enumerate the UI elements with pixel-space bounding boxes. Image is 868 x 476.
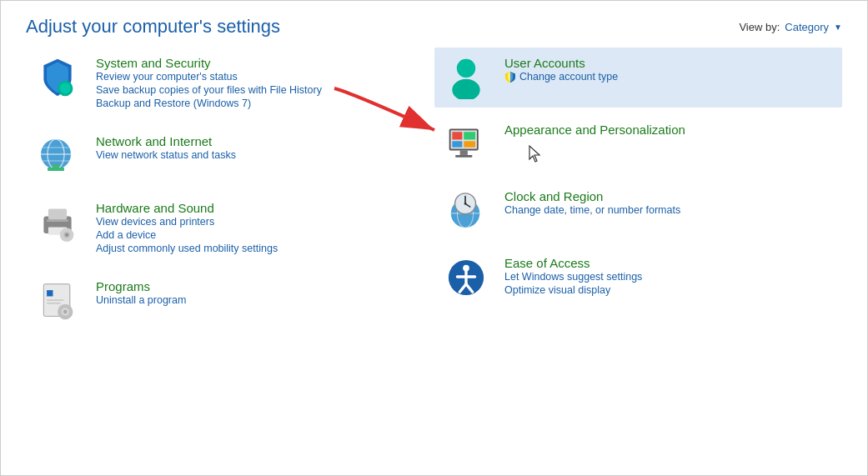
svg-rect-31 xyxy=(452,141,462,147)
link-backup-files[interactable]: Save backup copies of your files with Fi… xyxy=(96,84,411,96)
icon-hardware-container xyxy=(33,201,83,244)
svg-rect-19 xyxy=(47,299,63,301)
clock-icon xyxy=(446,191,486,231)
link-visual-display[interactable]: Optimize visual display xyxy=(504,284,835,296)
network-title[interactable]: Network and Internet xyxy=(96,134,212,148)
link-review-status[interactable]: Review your computer's status xyxy=(96,71,411,83)
link-backup-restore[interactable]: Backup and Restore (Windows 7) xyxy=(96,98,411,109)
category-appearance: Appearance and Personalization xyxy=(434,114,842,174)
view-by-control: View by: Category ▼ xyxy=(739,21,842,33)
hardware-text: Hardware and Sound View devices and prin… xyxy=(96,201,411,256)
svg-rect-32 xyxy=(464,141,475,147)
category-hardware: Hardware and Sound View devices and prin… xyxy=(26,193,418,264)
user-accounts-text: User Accounts Change account type xyxy=(504,56,835,84)
category-user-accounts: User Accounts Change account type xyxy=(434,48,842,108)
icon-appearance-container xyxy=(441,123,491,166)
link-devices-printers[interactable]: View devices and printers xyxy=(96,216,411,228)
svg-rect-34 xyxy=(455,155,472,158)
programs-text: Programs Uninstall a program xyxy=(96,279,411,308)
appearance-text: Appearance and Personalization xyxy=(504,123,835,138)
icon-network-container xyxy=(33,134,83,178)
svg-rect-30 xyxy=(464,132,475,139)
clock-title[interactable]: Clock and Region xyxy=(504,189,603,203)
system-security-title[interactable]: System and Security xyxy=(96,56,211,70)
svg-rect-18 xyxy=(47,290,53,296)
category-ease: Ease of Access Let Windows suggest setti… xyxy=(434,248,842,308)
link-change-account-type[interactable]: Change account type xyxy=(504,71,835,83)
ease-text: Ease of Access Let Windows suggest setti… xyxy=(504,256,835,298)
programs-title[interactable]: Programs xyxy=(96,279,150,293)
ease-of-access-icon xyxy=(446,258,486,298)
user-accounts-icon xyxy=(444,56,488,99)
security-icon xyxy=(38,58,78,98)
svg-rect-33 xyxy=(460,150,468,155)
hardware-title[interactable]: Hardware and Sound xyxy=(96,201,214,215)
left-panel: System and Security Review your computer… xyxy=(18,48,426,338)
icon-users-container xyxy=(441,56,491,99)
user-accounts-title[interactable]: User Accounts xyxy=(504,56,585,70)
ease-title[interactable]: Ease of Access xyxy=(504,256,590,270)
network-text: Network and Internet View network status… xyxy=(96,134,411,163)
link-uninstall-program[interactable]: Uninstall a program xyxy=(96,294,411,306)
hardware-icon xyxy=(38,203,78,243)
icon-ease-container xyxy=(441,256,491,299)
system-security-text: System and Security Review your computer… xyxy=(96,56,411,111)
svg-rect-29 xyxy=(452,132,462,139)
page-title: Adjust your computer's settings xyxy=(26,16,280,38)
right-panel: User Accounts Change account type xyxy=(426,48,850,338)
appearance-icon xyxy=(446,124,486,164)
icon-security-container xyxy=(33,56,83,99)
header: Adjust your computer's settings View by:… xyxy=(1,1,867,48)
programs-icon xyxy=(38,281,78,321)
svg-point-23 xyxy=(63,310,68,314)
svg-point-1 xyxy=(60,83,71,93)
clock-text: Clock and Region Change date, time, or n… xyxy=(504,189,835,218)
link-network-status[interactable]: View network status and tasks xyxy=(96,149,411,161)
view-by-label: View by: xyxy=(739,21,780,33)
svg-point-15 xyxy=(65,233,68,237)
category-network: Network and Internet View network status… xyxy=(26,126,418,186)
svg-rect-10 xyxy=(47,219,68,222)
icon-clock-container xyxy=(441,189,491,233)
svg-rect-20 xyxy=(47,303,61,304)
link-add-device[interactable]: Add a device xyxy=(96,229,411,241)
link-mobility-settings[interactable]: Adjust commonly used mobility settings xyxy=(96,243,411,254)
category-programs: Programs Uninstall a program xyxy=(26,271,418,331)
icon-programs-container xyxy=(33,279,83,323)
category-system-security: System and Security Review your computer… xyxy=(26,48,418,119)
svg-point-25 xyxy=(452,79,479,99)
uac-shield-icon xyxy=(504,71,516,83)
network-icon xyxy=(38,136,78,176)
svg-rect-8 xyxy=(53,164,59,169)
link-suggest-settings[interactable]: Let Windows suggest settings xyxy=(504,271,835,283)
chevron-down-icon: ▼ xyxy=(834,23,842,32)
category-clock: Clock and Region Change date, time, or n… xyxy=(434,181,842,241)
svg-point-26 xyxy=(457,59,475,78)
link-date-time[interactable]: Change date, time, or number formats xyxy=(504,204,835,216)
appearance-title[interactable]: Appearance and Personalization xyxy=(504,123,685,137)
view-by-dropdown[interactable]: Category xyxy=(785,21,829,33)
main-content: System and Security Review your computer… xyxy=(1,48,867,338)
svg-rect-11 xyxy=(48,208,67,219)
